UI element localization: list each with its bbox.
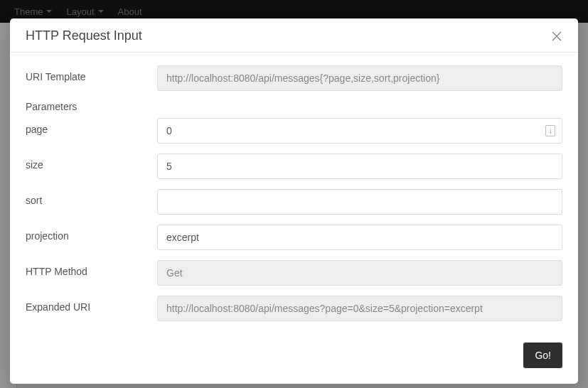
row-http-method: HTTP Method [26,260,562,286]
close-button[interactable] [551,31,562,42]
http-method-field [157,260,562,286]
expanded-uri-field [157,296,562,321]
row-size: size [26,153,562,179]
http-request-input-modal: HTTP Request Input URI Template Paramete… [10,18,578,384]
row-parameters-header: Parameters [26,101,562,112]
row-page: page ↓ [26,118,562,144]
label-parameters: Parameters [26,101,562,112]
modal-body: URI Template Parameters page ↓ size sort [10,53,578,335]
go-button[interactable]: Go! [523,343,562,368]
close-icon [551,31,562,42]
page-input[interactable] [157,118,562,144]
uri-template-field [157,65,562,91]
label-size: size [26,153,157,171]
modal-footer: Go! [10,335,578,384]
label-projection: projection [26,225,157,242]
row-expanded-uri: Expanded URI [26,296,562,321]
modal-header: HTTP Request Input [10,18,578,53]
label-uri-template: URI Template [26,65,157,82]
sort-input[interactable] [157,189,562,215]
size-input[interactable] [157,153,562,179]
row-uri-template: URI Template [26,65,562,91]
row-projection: projection [26,225,562,250]
label-sort: sort [26,189,157,206]
label-page: page [26,118,157,135]
modal-title: HTTP Request Input [26,28,142,43]
row-sort: sort [26,189,562,215]
label-expanded-uri: Expanded URI [26,296,157,313]
projection-input[interactable] [157,225,562,250]
label-http-method: HTTP Method [26,260,157,277]
